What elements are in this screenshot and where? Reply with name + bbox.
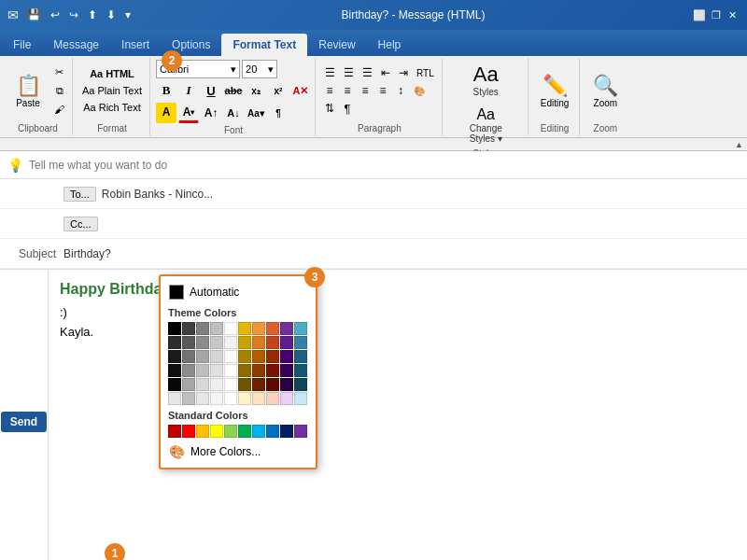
- color-swatch[interactable]: [294, 350, 307, 363]
- color-swatch[interactable]: [196, 392, 209, 405]
- cc-button[interactable]: Cc...: [63, 217, 98, 231]
- color-swatch[interactable]: [252, 425, 265, 438]
- color-swatch[interactable]: [168, 425, 181, 438]
- color-swatch[interactable]: [168, 364, 181, 377]
- format-painter-button[interactable]: 🖌: [50, 101, 68, 118]
- tab-message[interactable]: Message: [42, 34, 110, 56]
- more-colors-option[interactable]: 🎨 More Colors...: [164, 440, 312, 464]
- align-right-btn[interactable]: ≡: [357, 82, 374, 99]
- color-swatch[interactable]: [252, 364, 265, 377]
- color-swatch[interactable]: [294, 392, 307, 405]
- color-swatch[interactable]: [224, 425, 237, 438]
- rtl-btn[interactable]: ¶: [268, 103, 289, 123]
- color-swatch[interactable]: [224, 392, 237, 405]
- color-swatch[interactable]: [238, 350, 251, 363]
- color-swatch[interactable]: [196, 425, 209, 438]
- underline-button[interactable]: U: [201, 80, 221, 101]
- to-button[interactable]: To...: [63, 187, 96, 202]
- align-center-btn[interactable]: ≡: [339, 82, 356, 99]
- rich-format-btn[interactable]: Aa Rich Text: [78, 100, 146, 115]
- change-case-btn[interactable]: Aa▾: [246, 103, 266, 123]
- send-button[interactable]: Send: [1, 412, 47, 432]
- font-size-selector[interactable]: 20▾: [242, 60, 277, 78]
- save-qa-btn[interactable]: 💾: [24, 8, 44, 21]
- close-btn[interactable]: ✕: [726, 8, 740, 21]
- color-swatch[interactable]: [182, 378, 195, 391]
- color-swatch[interactable]: [252, 392, 265, 405]
- line-spacing-btn[interactable]: ↕: [392, 82, 409, 99]
- color-swatch[interactable]: [196, 350, 209, 363]
- color-swatch[interactable]: [280, 336, 293, 349]
- color-swatch[interactable]: [182, 336, 195, 349]
- color-swatch[interactable]: [168, 392, 181, 405]
- color-swatch[interactable]: [168, 378, 181, 391]
- color-swatch[interactable]: [182, 364, 195, 377]
- color-swatch[interactable]: [168, 350, 181, 363]
- color-swatch[interactable]: [266, 425, 279, 438]
- color-swatch[interactable]: [196, 364, 209, 377]
- color-swatch[interactable]: [294, 425, 307, 438]
- color-swatch[interactable]: [210, 392, 223, 405]
- color-swatch[interactable]: [238, 425, 251, 438]
- minimize-btn[interactable]: ⬜: [693, 8, 706, 21]
- color-swatch[interactable]: [280, 425, 293, 438]
- color-swatch[interactable]: [238, 378, 251, 391]
- color-swatch[interactable]: [252, 350, 265, 363]
- superscript-button[interactable]: x²: [268, 80, 289, 101]
- color-swatch[interactable]: [266, 392, 279, 405]
- color-swatch[interactable]: [224, 322, 237, 335]
- editing-button[interactable]: ✏️ Editing: [534, 71, 576, 111]
- email-body[interactable]: 1 Happy Birthday! :) Kayla.: [49, 270, 747, 560]
- color-swatch[interactable]: [210, 364, 223, 377]
- color-swatch[interactable]: [280, 392, 293, 405]
- color-swatch[interactable]: [252, 322, 265, 335]
- tab-review[interactable]: Review: [307, 34, 366, 56]
- undo-qa-btn[interactable]: ↩: [48, 8, 63, 21]
- color-swatch[interactable]: [210, 378, 223, 391]
- down-qa-btn[interactable]: ⬇: [104, 8, 119, 21]
- color-swatch[interactable]: [280, 378, 293, 391]
- color-swatch[interactable]: [294, 378, 307, 391]
- color-swatch[interactable]: [280, 350, 293, 363]
- color-swatch[interactable]: [266, 364, 279, 377]
- html-format-btn[interactable]: Aa HTML: [78, 66, 146, 81]
- color-swatch[interactable]: [224, 364, 237, 377]
- color-swatch[interactable]: [280, 322, 293, 335]
- color-swatch[interactable]: [238, 392, 251, 405]
- decrease-indent-btn[interactable]: ⇤: [377, 64, 394, 81]
- font-size-decrease[interactable]: A↓: [223, 103, 244, 123]
- font-color-button[interactable]: A▾: [178, 103, 199, 123]
- color-swatch[interactable]: [210, 350, 223, 363]
- color-swatch[interactable]: [210, 336, 223, 349]
- font-size-increase[interactable]: A↑: [201, 103, 221, 123]
- color-swatch[interactable]: [210, 322, 223, 335]
- italic-button[interactable]: I: [178, 80, 199, 101]
- font-name-selector[interactable]: Calibri▾: [156, 60, 240, 78]
- color-swatch[interactable]: [182, 392, 195, 405]
- bold-button[interactable]: B: [156, 80, 176, 101]
- copy-button[interactable]: ⧉: [50, 82, 68, 99]
- color-swatch[interactable]: [182, 350, 195, 363]
- more-qa-btn[interactable]: ▾: [122, 8, 134, 21]
- tab-options[interactable]: Options: [161, 34, 221, 56]
- color-swatch[interactable]: [196, 336, 209, 349]
- restore-btn[interactable]: ❐: [710, 8, 723, 21]
- color-swatch[interactable]: [252, 336, 265, 349]
- color-swatch[interactable]: [266, 378, 279, 391]
- paste-button[interactable]: 📋 Paste: [7, 65, 49, 116]
- automatic-color-option[interactable]: Automatic: [164, 280, 312, 304]
- increase-indent-btn[interactable]: ⇥: [395, 64, 412, 81]
- zoom-button[interactable]: 🔍 Zoom: [585, 71, 625, 111]
- color-swatch[interactable]: [224, 336, 237, 349]
- align-left-btn[interactable]: ≡: [321, 82, 338, 99]
- color-swatch[interactable]: [168, 322, 181, 335]
- styles-button[interactable]: Aa Styles: [466, 60, 505, 100]
- change-styles-button[interactable]: Aa Change Styles ▾: [463, 104, 509, 147]
- color-swatch[interactable]: [266, 322, 279, 335]
- color-swatch[interactable]: [280, 364, 293, 377]
- tab-insert[interactable]: Insert: [110, 34, 161, 56]
- color-swatch[interactable]: [294, 336, 307, 349]
- collapse-ribbon-btn[interactable]: ▲: [735, 140, 743, 149]
- cut-button[interactable]: ✂: [50, 63, 68, 80]
- plain-format-btn[interactable]: Aa Plain Text: [78, 83, 146, 98]
